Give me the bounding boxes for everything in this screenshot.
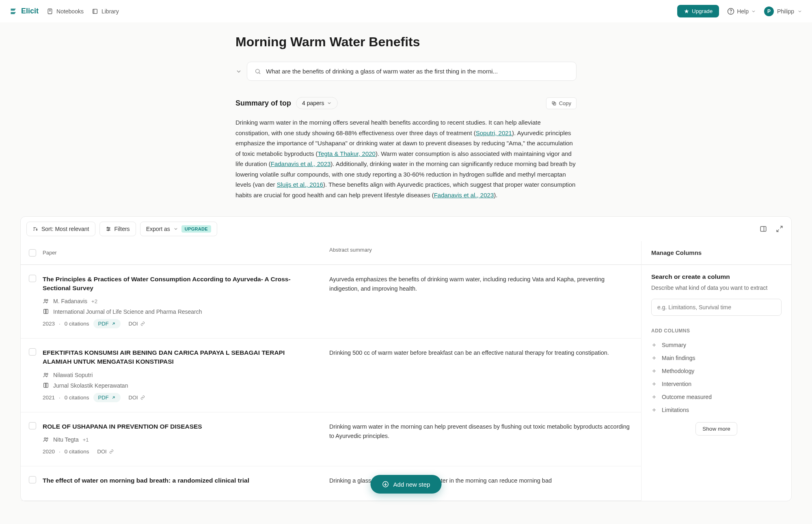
column-item-label: Main findings: [662, 355, 695, 361]
paper-title[interactable]: ROLE OF USHAPANA IN PREVENTION OF DISEAS…: [43, 422, 313, 431]
doi-pill[interactable]: DOI: [125, 319, 149, 328]
help-button[interactable]: Help: [727, 8, 756, 15]
help-icon: [727, 8, 734, 15]
collapse-toggle[interactable]: [235, 68, 242, 75]
user-menu[interactable]: P Philipp: [764, 6, 802, 16]
paper-venue-row: International Journal of Life Science an…: [43, 308, 313, 315]
expand-button[interactable]: [773, 223, 786, 235]
svg-point-27: [47, 373, 48, 374]
table-row: ROLE OF USHAPANA IN PREVENTION OF DISEAS…: [21, 412, 641, 467]
paper-title[interactable]: EFEKTIFITAS KONSUMSI AIR BENING DAN CARI…: [43, 348, 313, 366]
td-paper: EFEKTIFITAS KONSUMSI AIR BENING DAN CARI…: [21, 339, 321, 412]
add-step-button[interactable]: Add new step: [371, 475, 442, 494]
manage-columns-panel: Search or create a column Describe what …: [641, 265, 791, 501]
row-checkbox[interactable]: [29, 348, 36, 356]
add-step-icon: [382, 481, 389, 488]
main: Morning Warm Water Benefits Summary of t…: [227, 22, 585, 216]
citation-link[interactable]: Soputri, 2021: [476, 129, 512, 136]
panel-toggle-button[interactable]: [757, 223, 769, 235]
paper-author: Nitu Tegta: [53, 436, 79, 443]
add-column-item[interactable]: Intervention: [651, 377, 782, 390]
doi-pill[interactable]: DOI: [93, 447, 118, 456]
citation-link[interactable]: Sluijs et al., 2016: [277, 181, 323, 188]
svg-point-19: [108, 230, 108, 231]
column-item-label: Summary: [662, 342, 686, 348]
book-icon: [43, 308, 49, 315]
add-column-item[interactable]: Methodology: [651, 364, 782, 377]
paper-title[interactable]: The Principles & Practices of Water Cons…: [43, 275, 313, 292]
copy-icon: [551, 101, 557, 106]
people-icon: [43, 436, 49, 443]
nav-library[interactable]: Library: [92, 8, 119, 15]
paper-stats: 2021 · 0 citationsPDF DOI: [43, 393, 313, 402]
upgrade-badge: UPGRADE: [181, 225, 211, 233]
paper-count-dropdown[interactable]: 4 papers: [296, 97, 337, 109]
star-icon: [684, 9, 689, 14]
table-row: The effect of water on morning bad breat…: [21, 466, 641, 501]
td-abstract: Drinking a glass of water or rinsing wit…: [321, 466, 641, 500]
show-more-button[interactable]: Show more: [695, 422, 737, 436]
citation-link[interactable]: Fadanavis et al., 2023: [271, 160, 331, 167]
separator: ·: [59, 449, 60, 455]
th-manage: Manage Columns: [641, 241, 791, 264]
topbar-left: Elicit Notebooks Library: [10, 7, 119, 15]
link-icon: [140, 321, 145, 326]
search-input[interactable]: [266, 68, 569, 75]
paper-title[interactable]: The effect of water on morning bad breat…: [43, 476, 313, 485]
chevron-down-icon: [173, 226, 178, 231]
add-columns-label: ADD COLUMNS: [651, 328, 782, 334]
select-all-checkbox[interactable]: [29, 249, 36, 257]
topbar-right: Upgrade Help P Philipp: [677, 5, 802, 17]
svg-point-24: [44, 300, 46, 301]
upgrade-button[interactable]: Upgrade: [677, 5, 719, 17]
td-paper: The Principles & Practices of Water Cons…: [21, 265, 321, 338]
doi-pill[interactable]: DOI: [125, 393, 149, 402]
add-column-item[interactable]: Summary: [651, 339, 782, 351]
link-icon: [109, 449, 114, 454]
paper-content: ROLE OF USHAPANA IN PREVENTION OF DISEAS…: [43, 422, 313, 457]
sort-button[interactable]: Sort: Most relevant: [26, 222, 95, 236]
row-checkbox[interactable]: [29, 476, 36, 483]
column-item-label: Methodology: [662, 368, 694, 374]
book-icon: [43, 382, 49, 389]
sort-label: Sort: Most relevant: [41, 226, 89, 232]
pdf-pill[interactable]: PDF: [93, 319, 121, 328]
svg-rect-3: [93, 9, 97, 13]
plus-icon: [651, 381, 657, 387]
paper-count-label: 4 papers: [302, 100, 324, 106]
add-column-item[interactable]: Main findings: [651, 351, 782, 364]
row-checkbox[interactable]: [29, 422, 36, 429]
column-item-label: Limitations: [662, 407, 689, 413]
copy-button[interactable]: Copy: [546, 97, 577, 109]
logo-icon: [10, 7, 18, 15]
row-checkbox[interactable]: [29, 275, 36, 282]
column-item-label: Outcome measured: [662, 394, 712, 400]
export-button[interactable]: Export as UPGRADE: [140, 222, 217, 236]
summary-header-left: Summary of top 4 papers: [235, 97, 338, 109]
citation-link[interactable]: Fadanavis et al., 2023: [434, 192, 494, 198]
add-column-item[interactable]: Outcome measured: [651, 390, 782, 403]
side-desc: Describe what kind of data you want to e…: [651, 284, 782, 292]
chevron-down-icon: [235, 68, 242, 75]
citation-link[interactable]: Tegta & Thakur, 2020: [318, 150, 376, 157]
logo[interactable]: Elicit: [10, 7, 39, 15]
filters-button[interactable]: Filters: [99, 222, 136, 236]
summary-header: Summary of top 4 papers Copy: [235, 97, 577, 109]
nav-notebooks[interactable]: Notebooks: [47, 8, 84, 15]
side-items: SummaryMain findingsMethodologyIntervent…: [651, 339, 782, 416]
separator: ·: [59, 321, 60, 327]
topbar: Elicit Notebooks Library Upgrade Help P …: [0, 0, 812, 22]
sort-icon: [32, 226, 38, 232]
svg-point-17: [108, 229, 109, 229]
search-box[interactable]: [247, 62, 577, 81]
th-paper: Paper: [21, 241, 321, 264]
td-paper: ROLE OF USHAPANA IN PREVENTION OF DISEAS…: [21, 412, 321, 466]
pdf-pill[interactable]: PDF: [93, 393, 121, 402]
results-toolbar: Sort: Most relevant Filters Export as UP…: [21, 217, 791, 241]
filters-label: Filters: [114, 226, 130, 232]
add-column-item[interactable]: Limitations: [651, 403, 782, 416]
search-icon: [255, 68, 261, 75]
toolbar-left: Sort: Most relevant Filters Export as UP…: [26, 222, 217, 236]
column-search-input[interactable]: [651, 299, 782, 316]
svg-point-26: [44, 373, 46, 375]
